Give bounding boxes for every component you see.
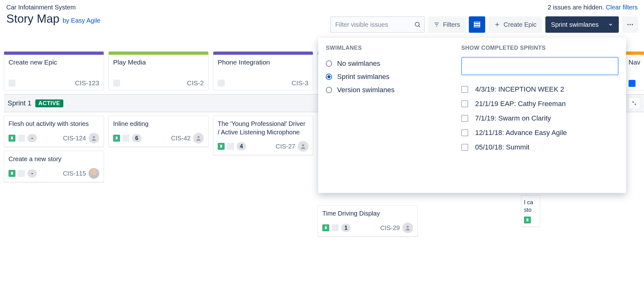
svg-point-12	[632, 24, 633, 25]
more-icon	[626, 21, 634, 28]
story-points: 4	[237, 142, 246, 150]
story-type-icon	[322, 224, 329, 231]
sprint-checkbox-row[interactable]: 21/1/19 EAP: Cathy Freeman	[461, 97, 618, 111]
epic-title: Phone Integration	[218, 59, 308, 76]
story-title: Inline editing	[113, 120, 204, 128]
epic-card[interactable]: Play Media CIS-2	[108, 51, 209, 90]
epic-title: Create new Epic	[9, 59, 99, 76]
filters-label: Filters	[443, 21, 460, 28]
epic-card[interactable]: Phone Integration CIS-3	[213, 51, 313, 90]
assignee-avatar[interactable]	[89, 168, 99, 179]
story-type-icon	[524, 217, 531, 223]
story-card[interactable]: Inline editing 6 CIS-42	[108, 115, 209, 147]
option-label: No swimlanes	[337, 59, 380, 68]
page-title: Story Map	[6, 12, 60, 25]
story-title: Time Driving Display	[322, 209, 413, 218]
story-card[interactable]: Create a new story - CIS-115	[4, 151, 104, 182]
swimlane-option-version[interactable]: Version swimlanes	[326, 83, 446, 97]
more-menu-button[interactable]	[622, 16, 638, 33]
epic-type-icon	[9, 80, 15, 87]
epic-type-icon	[629, 80, 635, 87]
checkbox-icon	[461, 115, 468, 122]
svg-point-16	[198, 136, 200, 138]
sprint-label: 21/1/19 EAP: Cathy Freeman	[475, 100, 566, 108]
swimlane-dropdown-button[interactable]: Sprint swimlanes	[545, 16, 619, 33]
story-points: 6	[132, 134, 141, 142]
sprint-checkbox-row[interactable]: 05/10/18: Summit	[461, 140, 618, 155]
radio-icon	[326, 60, 332, 67]
story-key: CIS-27	[276, 143, 295, 150]
search-input[interactable]	[330, 16, 425, 33]
assignee-avatar[interactable]	[298, 141, 308, 152]
svg-rect-5	[474, 22, 480, 23]
epic-card[interactable]: Create new Epic CIS-123	[4, 51, 104, 90]
checkbox-icon	[461, 144, 468, 151]
option-label: Sprint swimlanes	[337, 73, 389, 81]
epic-type-icon	[113, 80, 120, 87]
epic-color-bar	[4, 52, 104, 55]
create-epic-button[interactable]: Create Epic	[488, 16, 542, 33]
swimlane-option-sprint[interactable]: Sprint swimlanes	[326, 70, 446, 83]
swimlane-view-button[interactable]	[469, 16, 485, 33]
checkbox-icon	[461, 86, 468, 93]
filters-button[interactable]: Filters	[428, 16, 466, 33]
story-card[interactable]: Time Driving Display 1 CIS-29	[318, 205, 418, 237]
swimlane-option-none[interactable]: No swimlanes	[326, 57, 446, 70]
search-icon[interactable]	[414, 21, 421, 28]
story-card[interactable]: The 'Young Professional' Driver / Active…	[213, 115, 313, 155]
story-key: CIS-124	[63, 135, 86, 142]
option-label: Version swimlanes	[337, 86, 394, 94]
epic-color-bar	[109, 52, 208, 55]
sprint-checkbox-row[interactable]: 4/3/19: INCEPTION WEEK 2	[461, 82, 618, 97]
epic-type-icon	[218, 80, 225, 87]
svg-point-11	[630, 24, 631, 25]
sprint-checkbox-row[interactable]: 12/11/18: Advance Easy Agile	[461, 126, 618, 140]
story-card[interactable]: I ca sto	[521, 195, 540, 227]
assignee-avatar[interactable]	[193, 133, 204, 144]
story-type-icon	[9, 170, 15, 177]
checkbox-icon	[461, 100, 468, 107]
byline: by Easy Agile	[63, 17, 101, 24]
project-name: Car Infotainment System	[6, 4, 76, 11]
epic-key: CIS-123	[75, 79, 99, 87]
story-type-icon	[113, 135, 120, 142]
story-title: Create a new story	[9, 155, 99, 164]
sprint-label: 4/3/19: INCEPTION WEEK 2	[475, 85, 564, 93]
epic-key: CIS-2	[187, 79, 204, 87]
assignee-avatar[interactable]	[89, 133, 99, 144]
toolbar: Filters Create Epic Sprint swimlanes	[330, 16, 638, 33]
checkbox-icon	[461, 129, 468, 136]
plus-icon	[494, 21, 500, 28]
priority-icon	[18, 135, 25, 142]
assignee-avatar[interactable]	[402, 222, 413, 233]
lanes-icon	[473, 21, 481, 28]
sprint-filter-input[interactable]	[461, 57, 618, 75]
epic-title: Nav	[629, 59, 642, 76]
svg-point-15	[93, 136, 95, 138]
story-title: Flesh out activity with stories	[9, 120, 99, 128]
epic-title: Play Media	[113, 59, 204, 76]
sprint-checkbox-row[interactable]: 7/1/19: Swarm on Clarity	[461, 111, 618, 126]
story-title: I ca sto	[524, 199, 537, 214]
filter-icon	[434, 21, 440, 28]
chevron-down-icon	[608, 22, 613, 27]
completed-sprints-heading: SHOW COMPLETED SPRINTS	[461, 45, 618, 51]
story-points: -	[27, 169, 37, 177]
sprint-label: 05/10/18: Summit	[475, 143, 529, 151]
svg-rect-7	[474, 26, 480, 27]
story-type-icon	[218, 143, 225, 150]
sprint-name: Sprint 1	[8, 99, 32, 107]
clear-filters-link[interactable]: Clear filters	[606, 4, 638, 11]
epic-card[interactable]: Nav	[626, 51, 644, 90]
epic-color-bar	[213, 52, 313, 55]
story-key: CIS-29	[380, 224, 400, 232]
hidden-issues-notice: 2 issues are hidden. Clear filters	[548, 4, 638, 11]
collapse-button[interactable]	[628, 97, 640, 109]
svg-point-18	[407, 226, 409, 228]
svg-line-1	[419, 26, 420, 27]
create-epic-label: Create Epic	[503, 21, 537, 28]
priority-icon	[18, 170, 25, 177]
story-card[interactable]: Flesh out activity with stories - CIS-12…	[4, 115, 104, 147]
story-points: 1	[341, 224, 351, 232]
story-title: The 'Young Professional' Driver / Active…	[218, 120, 308, 137]
